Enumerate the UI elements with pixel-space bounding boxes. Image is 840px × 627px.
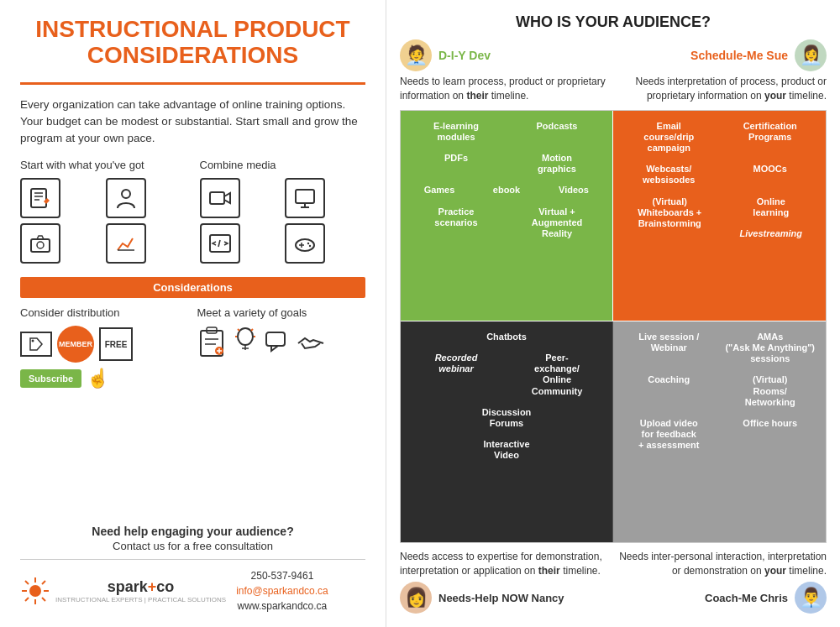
edit-icon — [20, 178, 60, 218]
svg-rect-0 — [31, 189, 46, 207]
webcasts-item: Webcasts/websisodes — [620, 160, 718, 189]
persona-diy-dev: 🧑‍💼 D-I-Y Dev Needs to learn process, pr… — [400, 39, 613, 103]
orange-row-2: Webcasts/websisodes MOOCs — [620, 160, 819, 189]
dist-col: Consider distribution MEMBER FREE Subscr… — [20, 306, 189, 389]
vr-item: Virtual +AugmentedReality — [508, 203, 606, 243]
persona4-name-row: Coach-Me Chris 👨‍💼 — [705, 582, 827, 614]
svg-point-18 — [307, 243, 309, 244]
person-icon — [106, 178, 146, 218]
svg-line-34 — [238, 329, 239, 331]
green-row-1: E-learningmodules Podcasts — [407, 118, 606, 146]
persona3-name-row: 👩 Needs-Help NOW Nancy — [400, 582, 613, 614]
virtual-rooms-item: (Virtual)Rooms/Networking — [722, 371, 820, 411]
orange-quadrant: Emailcourse/dripcampaign CertificationPr… — [613, 111, 826, 321]
persona1-desc: Needs to learn process, product or propr… — [400, 75, 613, 103]
persona3-name: Needs-Help NOW Nancy — [438, 592, 564, 604]
persona4-desc: Needs inter-personal interaction, interp… — [613, 550, 827, 578]
svg-line-44 — [42, 581, 45, 584]
svg-point-4 — [122, 190, 130, 198]
dist-goals-section: Consider distribution MEMBER FREE Subscr… — [20, 306, 365, 389]
top-personas-row: 🧑‍💼 D-I-Y Dev Needs to learn process, pr… — [400, 39, 827, 103]
spark-logo-icon — [20, 576, 50, 606]
svg-point-15 — [296, 239, 314, 251]
member-badge: MEMBER — [57, 326, 94, 363]
recorded-webinar-item: Recordedwebinar — [407, 349, 505, 400]
contact-info: 250-537-9461 info@sparkandco.ca www.spar… — [236, 568, 328, 614]
audience-title: WHO IS YOUR AUDIENCE? — [400, 13, 827, 31]
dist-label: Consider distribution — [20, 306, 189, 319]
interactive-video-item: InteractiveVideo — [407, 436, 606, 464]
goals-col: Meet a variety of goals — [197, 306, 366, 389]
videos-item: Videos — [542, 181, 606, 199]
intro-text: Every organization can take advantage of… — [20, 97, 365, 148]
persona-chris: Needs inter-personal interaction, interp… — [613, 550, 827, 617]
live-session-item: Live session /Webinar — [620, 328, 718, 368]
green-row-4: Practicescenarios Virtual +AugmentedReal… — [407, 203, 606, 243]
right-panel: WHO IS YOUR AUDIENCE? 🧑‍💼 D-I-Y Dev Need… — [386, 0, 840, 627]
video-icon — [200, 178, 240, 218]
livestreaming-item: Livestreaming — [723, 225, 820, 243]
persona-nancy: Needs access to expertise for demonstrat… — [400, 550, 613, 617]
subscribe-button[interactable]: Subscribe — [20, 369, 81, 388]
persona1-name: D-I-Y Dev — [438, 49, 491, 62]
help-section: Need help engaging your audience? Contac… — [20, 518, 365, 614]
svg-line-43 — [42, 598, 45, 601]
svg-line-45 — [25, 598, 29, 601]
tagline: INSTRUCTIONAL EXPERTS | PRACTICAL SOLUTI… — [55, 596, 226, 603]
green-row-3: Games ebook Videos — [407, 181, 606, 199]
camera-icon — [20, 223, 60, 264]
gray-row-1: Live session /Webinar AMAs("Ask Me Anyth… — [620, 328, 819, 368]
persona1-name-row: 🧑‍💼 D-I-Y Dev — [400, 39, 613, 71]
goals-label: Meet a variety of goals — [197, 306, 366, 319]
lightbulb-icon — [233, 327, 258, 360]
motion-item: Motiongraphics — [508, 149, 606, 178]
pdfs-item: PDFs — [407, 149, 505, 178]
combine-icons — [200, 178, 366, 264]
svg-point-21 — [32, 340, 34, 342]
monitor-icon — [285, 178, 325, 218]
cert-programs-item: CertificationPrograms — [722, 118, 820, 158]
elearning-item: E-learningmodules — [407, 118, 505, 146]
svg-line-42 — [25, 581, 29, 584]
code-icon — [200, 223, 240, 264]
email-link[interactable]: info@sparkandco.ca — [236, 585, 328, 597]
persona2-desc: Needs interpretation of process, product… — [613, 75, 827, 103]
persona2-avatar: 👩‍💼 — [795, 39, 827, 71]
svg-line-35 — [251, 329, 253, 331]
persona3-desc: Needs access to expertise for demonstrat… — [400, 550, 613, 578]
help-title: Need help engaging your audience? — [20, 525, 365, 538]
dark-row-3: DiscussionForums — [407, 404, 606, 432]
upload-video-item: Upload videofor feedback+ assessment — [620, 415, 718, 455]
handshake-icon — [297, 332, 325, 355]
start-label: Start with what you've got — [20, 159, 186, 171]
persona-schedule-sue: Schedule-Me Sue 👩‍💼 Needs interpretation… — [613, 39, 827, 103]
moocs-item: MOOCs — [722, 160, 820, 189]
svg-rect-8 — [210, 192, 224, 204]
start-icons — [20, 178, 186, 264]
title-divider — [20, 82, 365, 85]
games-item: Games — [407, 181, 471, 199]
orange-row-1: Emailcourse/dripcampaign CertificationPr… — [620, 118, 819, 158]
phone: 250-537-9461 — [236, 568, 328, 583]
combine-label: Combine media — [200, 159, 366, 171]
website: www.sparkandco.ca — [236, 598, 328, 614]
svg-point-19 — [309, 245, 311, 247]
gray-row-3: Upload videofor feedback+ assessment Off… — [620, 415, 819, 455]
dark-row-1: Chatbots — [407, 328, 606, 346]
green-quadrant: E-learningmodules Podcasts PDFs Motiongr… — [401, 111, 613, 321]
discussion-forums-item: DiscussionForums — [407, 404, 606, 432]
chart-icon — [106, 223, 146, 264]
chatbots-item: Chatbots — [407, 328, 606, 346]
amas-item: AMAs("Ask Me Anything")sessions — [722, 328, 820, 368]
office-hours-item: Office hours — [722, 415, 820, 455]
podcasts-item: Podcasts — [508, 118, 606, 146]
gamepad-icon — [285, 223, 325, 264]
orange-row-3: (Virtual)Whiteboards +Brainstorming Onli… — [620, 193, 819, 243]
svg-rect-36 — [266, 332, 285, 346]
persona1-avatar: 🧑‍💼 — [400, 39, 432, 71]
speech-icon — [265, 329, 290, 358]
svg-rect-10 — [296, 190, 314, 203]
bottom-personas-row: Needs access to expertise for demonstrat… — [400, 550, 827, 617]
dark-row-4: InteractiveVideo — [407, 436, 606, 464]
gray-quadrant: Live session /Webinar AMAs("Ask Me Anyth… — [613, 321, 826, 543]
